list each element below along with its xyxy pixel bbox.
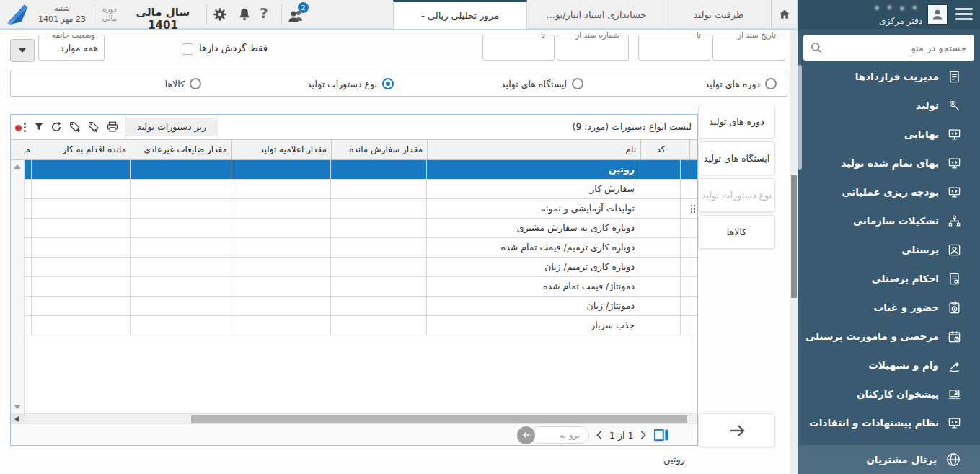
- radio-goods[interactable]: کالاها: [165, 71, 201, 96]
- status-dropdown-button[interactable]: [10, 39, 35, 62]
- notifications-bell-icon[interactable]: [237, 6, 252, 22]
- status-select[interactable]: وضعیت خاتمه همه موارد: [38, 35, 105, 61]
- sidebar-item-suggestions-system[interactable]: نظام پیشنهادات و انتقادات: [798, 408, 980, 437]
- print-icon[interactable]: [106, 120, 119, 133]
- scroll-up-icon[interactable]: [14, 164, 21, 169]
- sidebar-item-production-cost[interactable]: بهای تمام شده تولید: [798, 149, 980, 177]
- col-production-declaration-qty[interactable]: مقدار اعلامیه تولید: [231, 140, 331, 159]
- col-row-handle: [689, 140, 697, 159]
- table-row[interactable]: دوباره کاری ترمیم/ زیان: [25, 258, 697, 277]
- only-turnover-checkbox[interactable]: [182, 43, 193, 55]
- panel-toolbar: لیست انواع دستورات (مورد: 9) ریز دستورات…: [11, 115, 697, 139]
- next-step-button[interactable]: [698, 413, 775, 447]
- panel-title: لیست انواع دستورات (مورد: 9): [573, 121, 692, 132]
- content-scrollbar-thumb[interactable]: [791, 175, 797, 298]
- production-orders-detail-button[interactable]: ریز دستورات تولید: [125, 118, 218, 136]
- sidebar-item-production[interactable]: تولید: [798, 91, 980, 120]
- sidebar-item-personnel-decrees[interactable]: احکام پرسنلی: [798, 264, 980, 293]
- grid-vertical-scrollbar[interactable]: [11, 160, 25, 413]
- col-remaining-order-qty[interactable]: مقدار سفارش مانده: [331, 140, 427, 159]
- tab-analytical-review[interactable]: مرور تحلیلی ریالی -: [393, 0, 527, 29]
- pagination-bar: برو به 1 از 1: [11, 423, 697, 445]
- tab-home[interactable]: [772, 0, 798, 29]
- table-row[interactable]: دمونتاژ/ زیان: [25, 297, 697, 316]
- menu-search-input[interactable]: [803, 35, 974, 61]
- next-page-icon[interactable]: [640, 430, 647, 440]
- sidebar-item-operational-budgeting[interactable]: بودجه ریزی عملیاتی: [798, 177, 980, 206]
- table-row[interactable]: دمونتاژ/ قیمت تمام شده: [25, 277, 697, 297]
- radio-production-stations[interactable]: ایستگاه های تولید: [501, 71, 583, 96]
- table-row[interactable]: دوباره کاری به سفارش مشتری: [25, 219, 697, 238]
- sidebar-item-contract-management[interactable]: مدیریت قراردادها: [798, 62, 980, 91]
- menu-hamburger-icon[interactable]: [955, 8, 973, 21]
- col-clipped[interactable]: مب: [25, 140, 32, 159]
- col-remaining-work-action[interactable]: مانده اقدام به کار: [32, 140, 131, 159]
- table-row[interactable]: سفارش کار: [25, 180, 697, 199]
- employee-desk-icon: [948, 387, 961, 401]
- user-profile-button[interactable]: [927, 4, 948, 25]
- topbar-user-area: دفتر مرکزی: [798, 0, 980, 29]
- record-menu-icon[interactable]: [15, 122, 28, 133]
- table-row[interactable]: جذب سربار: [25, 316, 697, 335]
- doc-date-from-field[interactable]: تاریخ سند از: [712, 35, 785, 61]
- main-content: وضعیت خاتمه همه موارد فقط گردش دارها تار…: [0, 30, 798, 474]
- radio-production-order-types[interactable]: نوع دستورات تولید: [307, 71, 394, 96]
- tag-add-icon[interactable]: [69, 120, 81, 133]
- doc-number-to-field[interactable]: تا: [482, 35, 555, 61]
- topbar: شنبه 23 مهر 1401 دوره مالی سال مالی 1401…: [0, 0, 798, 29]
- personnel-person-icon: [948, 243, 961, 257]
- col-abnormal-waste-qty[interactable]: مقدار ضایعات غیرعادی: [131, 140, 231, 159]
- sidebar-item-personnel[interactable]: پرسنلی: [798, 235, 980, 264]
- doc-date-to-field[interactable]: تا: [638, 35, 710, 61]
- record-indicator-dot: [15, 125, 22, 131]
- menu-search: [803, 35, 974, 61]
- scroll-left-icon: [14, 416, 19, 422]
- previous-page-icon[interactable]: [596, 430, 603, 440]
- search-icon: [809, 40, 824, 55]
- only-turnover-label: فقط گردش دارها: [199, 43, 268, 53]
- goto-page-button[interactable]: [517, 426, 535, 444]
- tab-warehouse-accounting[interactable]: حسابداری اسناد انبار/تو...: [527, 0, 666, 29]
- sidebar-item-employee-desk[interactable]: پیشخوان کارکنان: [798, 379, 980, 408]
- arrow-right-icon: [728, 423, 746, 438]
- help-icon[interactable]: ?: [260, 4, 268, 22]
- goto-page-input[interactable]: برو به: [530, 426, 589, 444]
- filter-icon[interactable]: [32, 120, 45, 133]
- sidebar-item-leave-mission[interactable]: مرخصی و ماموریت پرسنلی: [798, 322, 980, 351]
- contract-document-icon: [948, 70, 961, 84]
- sidebar-item-customer-portal[interactable]: پرتال مشتریان: [798, 445, 980, 474]
- tag-list-icon[interactable]: [87, 120, 100, 133]
- office-name: دفتر مرکزی: [829, 16, 922, 26]
- table-row[interactable]: روتین: [25, 160, 697, 180]
- tab-production-capacity[interactable]: ظرفیت تولید: [666, 0, 772, 29]
- button-goods[interactable]: کالاها: [698, 215, 775, 249]
- doc-number-from-field[interactable]: شماره سند از: [557, 35, 629, 61]
- radio-icon: [190, 78, 201, 89]
- radio-icon: [572, 78, 583, 89]
- grid-header: کد نام مقدار سفارش مانده مقدار اعلامیه ت…: [11, 139, 697, 160]
- page-info: 1 از 1: [609, 430, 633, 441]
- scroll-down-icon[interactable]: [14, 405, 21, 409]
- sidebar-item-org-structure[interactable]: تشکیلات سازمانی: [798, 206, 980, 235]
- sidebar-item-costing[interactable]: بهایابی: [798, 120, 980, 149]
- scroll-left-button[interactable]: [11, 414, 24, 423]
- app-window: شنبه 23 مهر 1401 دوره مالی سال مالی 1401…: [0, 0, 980, 474]
- button-production-stations[interactable]: ایستگاه های تولید: [698, 141, 775, 175]
- radio-production-periods[interactable]: دوره های تولید: [705, 71, 777, 96]
- horizontal-scrollbar-thumb[interactable]: [191, 415, 687, 423]
- col-code[interactable]: کد: [640, 140, 681, 159]
- settings-gear-icon[interactable]: [212, 6, 228, 22]
- budget-monitor-icon: [948, 185, 961, 199]
- refresh-icon[interactable]: [50, 120, 63, 133]
- col-name[interactable]: نام: [427, 140, 640, 159]
- button-production-order-types[interactable]: نوع دستورات تولید: [698, 178, 775, 212]
- table-row[interactable]: دوباره کاری ترمیم/ قیمت تمام شده: [25, 238, 697, 258]
- row-drag-handle-icon[interactable]: [690, 204, 696, 214]
- grid-view-icon[interactable]: [653, 429, 669, 442]
- grid-horizontal-scrollbar[interactable]: [11, 413, 697, 423]
- table-row[interactable]: تولیدات آزمایشی و نمونه: [25, 199, 697, 219]
- sidebar-item-loans-facilities[interactable]: وام و تسهیلات: [798, 351, 980, 379]
- sidebar-item-attendance[interactable]: حضور و غیاب: [798, 293, 980, 322]
- button-production-periods[interactable]: دوره های تولید: [698, 105, 775, 139]
- costing-monitor-icon: [948, 128, 961, 141]
